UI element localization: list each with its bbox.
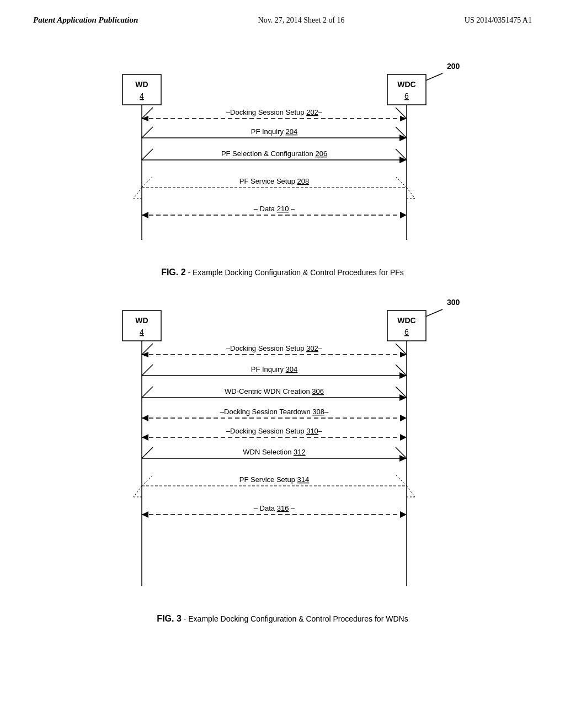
header-date-sheet: Nov. 27, 2014 Sheet 2 of 16	[258, 16, 345, 25]
svg-text:PF Inquiry 204: PF Inquiry 204	[251, 127, 298, 136]
svg-text:WD: WD	[135, 80, 148, 89]
fig2-label: FIG. 2 - Example Docking Configuration &…	[33, 267, 532, 277]
svg-line-25	[396, 176, 407, 188]
svg-marker-22	[399, 157, 407, 163]
svg-text:4: 4	[140, 328, 144, 336]
svg-line-29	[407, 188, 415, 199]
svg-marker-62	[400, 415, 407, 421]
fig2-caption: - Example Docking Configuration & Contro…	[188, 268, 403, 277]
svg-line-55	[142, 387, 153, 398]
svg-marker-61	[142, 415, 148, 421]
svg-line-50	[142, 365, 153, 376]
svg-text:–Docking Session Setup 302–: –Docking Session Setup 302–	[226, 344, 323, 352]
svg-line-78	[407, 486, 415, 497]
svg-line-19	[142, 149, 153, 160]
svg-marker-83	[400, 511, 407, 518]
header-publication: Patent Application Publication	[33, 15, 138, 25]
fig3-num: FIG. 3	[157, 614, 181, 623]
fig3-label: FIG. 3 - Example Docking Configuration &…	[33, 614, 532, 624]
svg-text:WD: WD	[135, 316, 148, 325]
svg-text:WDC: WDC	[397, 80, 415, 89]
svg-line-77	[134, 486, 142, 497]
fig2-diagram: 200 WD 4 WDC 6	[89, 52, 476, 251]
svg-text:PF Service Setup 208: PF Service Setup 208	[239, 177, 309, 185]
svg-text:PF Selection & Configuration 2: PF Selection & Configuration 206	[221, 149, 327, 158]
svg-line-14	[142, 127, 153, 138]
svg-text:–Docking Session Setup 202–: –Docking Session Setup 202–	[226, 108, 323, 116]
svg-text:– Data 316 –: – Data 316 –	[254, 504, 295, 512]
fig3-svg: 300 WD 4 WDC 6 –Docki	[89, 288, 476, 597]
svg-text:4: 4	[140, 92, 144, 100]
fig2-num: FIG. 2	[161, 267, 185, 277]
svg-line-73	[142, 475, 153, 486]
svg-text:PF Service Setup 314: PF Service Setup 314	[239, 475, 309, 484]
svg-marker-66	[400, 434, 407, 441]
fig2-section: 200 WD 4 WDC 6	[0, 30, 565, 640]
svg-marker-47	[142, 352, 148, 357]
svg-text:WDC: WDC	[397, 316, 415, 325]
svg-line-74	[396, 475, 407, 486]
svg-marker-58	[399, 394, 407, 401]
svg-marker-65	[142, 434, 148, 441]
svg-marker-71	[399, 455, 407, 462]
svg-marker-48	[400, 352, 407, 357]
svg-marker-11	[142, 116, 148, 121]
fig2-ref: 200	[447, 62, 460, 71]
page-header: Patent Application Publication Nov. 27, …	[0, 0, 565, 30]
svg-text:6: 6	[404, 328, 409, 336]
fig3-diagram: 300 WD 4 WDC 6 –Docki	[89, 288, 476, 597]
header-patent-num: US 2014/0351475 A1	[465, 16, 532, 25]
svg-marker-34	[400, 212, 407, 218]
svg-text:WD-Centric WDN Creation 306: WD-Centric WDN Creation 306	[225, 387, 324, 395]
svg-line-28	[134, 188, 142, 199]
fig2-svg: 200 WD 4 WDC 6	[89, 52, 476, 251]
svg-marker-12	[400, 116, 407, 121]
svg-text:6: 6	[404, 92, 409, 100]
svg-marker-17	[399, 135, 407, 141]
svg-text:– Data 210 –: – Data 210 –	[254, 205, 295, 213]
svg-line-24	[142, 176, 153, 188]
svg-marker-33	[142, 212, 148, 218]
svg-marker-82	[142, 511, 148, 518]
svg-text:–Docking Session Setup 310–: –Docking Session Setup 310–	[226, 427, 323, 435]
svg-text:–Docking Session Teardown 308–: –Docking Session Teardown 308–	[220, 408, 329, 416]
svg-text:WDN Selection 312: WDN Selection 312	[243, 448, 305, 456]
svg-marker-53	[399, 372, 407, 379]
fig3-ref: 300	[447, 298, 460, 307]
fig3-caption: - Example Docking Configuration & Contro…	[184, 614, 408, 623]
svg-line-68	[142, 447, 153, 458]
svg-text:PF Inquiry 304: PF Inquiry 304	[251, 365, 298, 373]
